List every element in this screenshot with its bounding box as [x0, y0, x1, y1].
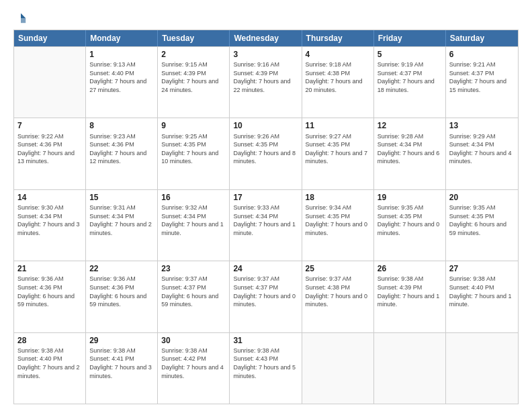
calendar-cell-3-5: 26Sunrise: 9:38 AMSunset: 4:39 PMDayligh…: [374, 261, 446, 332]
cell-info: Sunrise: 9:33 AMSunset: 4:34 PMDaylight:…: [233, 203, 298, 237]
day-number: 6: [449, 49, 515, 60]
day-number: 31: [233, 335, 298, 346]
calendar-row-4: 28Sunrise: 9:38 AMSunset: 4:40 PMDayligh…: [14, 332, 518, 404]
calendar-cell-2-0: 14Sunrise: 9:30 AMSunset: 4:34 PMDayligh…: [14, 190, 86, 261]
calendar-cell-2-3: 17Sunrise: 9:33 AMSunset: 4:34 PMDayligh…: [230, 190, 302, 261]
calendar-cell-1-4: 11Sunrise: 9:27 AMSunset: 4:35 PMDayligh…: [302, 118, 374, 189]
header: [13, 12, 519, 24]
day-number: 24: [233, 263, 298, 274]
calendar-cell-3-0: 21Sunrise: 9:36 AMSunset: 4:36 PMDayligh…: [14, 261, 86, 332]
calendar-cell-3-4: 25Sunrise: 9:37 AMSunset: 4:38 PMDayligh…: [302, 261, 374, 332]
calendar-cell-3-6: 27Sunrise: 9:38 AMSunset: 4:40 PMDayligh…: [446, 261, 518, 332]
header-day-tuesday: Tuesday: [158, 30, 230, 46]
day-number: 21: [17, 263, 82, 274]
svg-marker-1: [21, 18, 26, 23]
calendar-cell-0-6: 6Sunrise: 9:21 AMSunset: 4:37 PMDaylight…: [446, 47, 518, 118]
day-number: 29: [89, 335, 154, 346]
cell-info: Sunrise: 9:18 AMSunset: 4:38 PMDaylight:…: [306, 60, 370, 94]
calendar-cell-0-1: 1Sunrise: 9:13 AMSunset: 4:40 PMDaylight…: [86, 47, 158, 118]
calendar-cell-1-3: 10Sunrise: 9:26 AMSunset: 4:35 PMDayligh…: [230, 118, 302, 189]
day-number: 22: [89, 263, 154, 274]
calendar-cell-1-5: 12Sunrise: 9:28 AMSunset: 4:34 PMDayligh…: [374, 118, 446, 189]
day-number: 26: [378, 263, 442, 274]
day-number: 15: [89, 192, 154, 203]
day-number: 28: [17, 335, 82, 346]
logo: [13, 12, 27, 24]
logo-icon: [15, 12, 27, 24]
calendar: SundayMondayTuesdayWednesdayThursdayFrid…: [13, 30, 519, 404]
day-number: 20: [449, 192, 515, 203]
day-number: 17: [233, 192, 298, 203]
calendar-cell-2-1: 15Sunrise: 9:31 AMSunset: 4:34 PMDayligh…: [86, 190, 158, 261]
calendar-cell-1-2: 9Sunrise: 9:25 AMSunset: 4:35 PMDaylight…: [158, 118, 230, 189]
header-day-friday: Friday: [374, 30, 446, 46]
calendar-cell-3-2: 23Sunrise: 9:37 AMSunset: 4:37 PMDayligh…: [158, 261, 230, 332]
cell-info: Sunrise: 9:35 AMSunset: 4:35 PMDaylight:…: [449, 203, 515, 237]
cell-info: Sunrise: 9:38 AMSunset: 4:42 PMDaylight:…: [161, 347, 226, 380]
cell-info: Sunrise: 9:36 AMSunset: 4:36 PMDaylight:…: [89, 275, 154, 308]
cell-info: Sunrise: 9:38 AMSunset: 4:41 PMDaylight:…: [89, 347, 154, 380]
cell-info: Sunrise: 9:37 AMSunset: 4:37 PMDaylight:…: [161, 275, 226, 308]
day-number: 7: [17, 120, 82, 131]
calendar-cell-4-2: 30Sunrise: 9:38 AMSunset: 4:42 PMDayligh…: [158, 333, 230, 404]
calendar-cell-4-4: [302, 333, 374, 404]
cell-info: Sunrise: 9:26 AMSunset: 4:35 PMDaylight:…: [233, 132, 298, 166]
day-number: 4: [306, 49, 370, 60]
cell-info: Sunrise: 9:30 AMSunset: 4:34 PMDaylight:…: [17, 203, 82, 237]
page: SundayMondayTuesdayWednesdayThursdayFrid…: [0, 0, 532, 411]
cell-info: Sunrise: 9:37 AMSunset: 4:37 PMDaylight:…: [233, 275, 298, 308]
header-day-saturday: Saturday: [446, 30, 518, 46]
calendar-cell-4-1: 29Sunrise: 9:38 AMSunset: 4:41 PMDayligh…: [86, 333, 158, 404]
cell-info: Sunrise: 9:37 AMSunset: 4:38 PMDaylight:…: [306, 275, 370, 308]
calendar-row-3: 21Sunrise: 9:36 AMSunset: 4:36 PMDayligh…: [14, 261, 518, 332]
cell-info: Sunrise: 9:38 AMSunset: 4:40 PMDaylight:…: [449, 275, 515, 308]
calendar-cell-2-2: 16Sunrise: 9:32 AMSunset: 4:34 PMDayligh…: [158, 190, 230, 261]
header-day-monday: Monday: [86, 30, 158, 46]
calendar-cell-0-4: 4Sunrise: 9:18 AMSunset: 4:38 PMDaylight…: [302, 47, 374, 118]
calendar-cell-4-6: [446, 333, 518, 404]
cell-info: Sunrise: 9:38 AMSunset: 4:43 PMDaylight:…: [233, 347, 298, 380]
cell-info: Sunrise: 9:32 AMSunset: 4:34 PMDaylight:…: [161, 203, 226, 237]
calendar-row-2: 14Sunrise: 9:30 AMSunset: 4:34 PMDayligh…: [14, 189, 518, 261]
day-number: 1: [89, 49, 154, 60]
cell-info: Sunrise: 9:31 AMSunset: 4:34 PMDaylight:…: [89, 203, 154, 237]
cell-info: Sunrise: 9:13 AMSunset: 4:40 PMDaylight:…: [89, 60, 154, 94]
calendar-body: 1Sunrise: 9:13 AMSunset: 4:40 PMDaylight…: [14, 46, 518, 404]
day-number: 10: [233, 120, 298, 131]
cell-info: Sunrise: 9:25 AMSunset: 4:35 PMDaylight:…: [161, 132, 226, 166]
cell-info: Sunrise: 9:28 AMSunset: 4:34 PMDaylight:…: [378, 132, 442, 166]
day-number: 3: [233, 49, 298, 60]
day-number: 18: [306, 192, 370, 203]
calendar-cell-0-3: 3Sunrise: 9:16 AMSunset: 4:39 PMDaylight…: [230, 47, 302, 118]
svg-marker-0: [21, 13, 26, 18]
cell-info: Sunrise: 9:21 AMSunset: 4:37 PMDaylight:…: [449, 60, 515, 94]
day-number: 12: [378, 120, 442, 131]
day-number: 19: [378, 192, 442, 203]
day-number: 25: [306, 263, 370, 274]
calendar-cell-3-3: 24Sunrise: 9:37 AMSunset: 4:37 PMDayligh…: [230, 261, 302, 332]
calendar-cell-4-3: 31Sunrise: 9:38 AMSunset: 4:43 PMDayligh…: [230, 333, 302, 404]
day-number: 8: [89, 120, 154, 131]
calendar-row-0: 1Sunrise: 9:13 AMSunset: 4:40 PMDaylight…: [14, 46, 518, 118]
calendar-cell-0-5: 5Sunrise: 9:19 AMSunset: 4:37 PMDaylight…: [374, 47, 446, 118]
calendar-cell-1-6: 13Sunrise: 9:29 AMSunset: 4:34 PMDayligh…: [446, 118, 518, 189]
cell-info: Sunrise: 9:34 AMSunset: 4:35 PMDaylight:…: [306, 203, 370, 237]
calendar-cell-2-6: 20Sunrise: 9:35 AMSunset: 4:35 PMDayligh…: [446, 190, 518, 261]
day-number: 5: [378, 49, 442, 60]
cell-info: Sunrise: 9:36 AMSunset: 4:36 PMDaylight:…: [17, 275, 82, 308]
calendar-cell-0-0: [14, 47, 86, 118]
calendar-header: SundayMondayTuesdayWednesdayThursdayFrid…: [14, 30, 518, 46]
cell-info: Sunrise: 9:38 AMSunset: 4:40 PMDaylight:…: [17, 347, 82, 380]
calendar-cell-4-5: [374, 333, 446, 404]
cell-info: Sunrise: 9:16 AMSunset: 4:39 PMDaylight:…: [233, 60, 298, 94]
cell-info: Sunrise: 9:27 AMSunset: 4:35 PMDaylight:…: [306, 132, 370, 166]
cell-info: Sunrise: 9:29 AMSunset: 4:34 PMDaylight:…: [449, 132, 515, 166]
cell-info: Sunrise: 9:23 AMSunset: 4:36 PMDaylight:…: [89, 132, 154, 166]
header-day-thursday: Thursday: [302, 30, 374, 46]
day-number: 13: [449, 120, 515, 131]
day-number: 16: [161, 192, 226, 203]
day-number: 9: [161, 120, 226, 131]
calendar-cell-3-1: 22Sunrise: 9:36 AMSunset: 4:36 PMDayligh…: [86, 261, 158, 332]
calendar-cell-0-2: 2Sunrise: 9:15 AMSunset: 4:39 PMDaylight…: [158, 47, 230, 118]
day-number: 27: [449, 263, 515, 274]
